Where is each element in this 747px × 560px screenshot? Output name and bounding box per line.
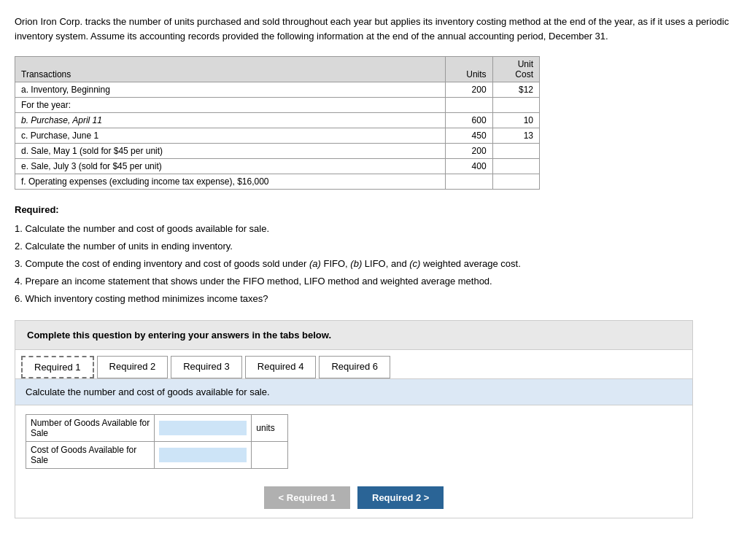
cost-cell: 10: [492, 113, 539, 128]
input-field-0[interactable]: [159, 421, 247, 435]
nav-buttons: < Required 1 Required 2 >: [15, 478, 692, 518]
tabs-row: Required 1Required 2Required 3Required 4…: [15, 350, 692, 379]
tab-instruction: Calculate the number and cost of goods a…: [26, 386, 270, 397]
input-cell-1[interactable]: [155, 442, 252, 469]
input-label-0: Number of Goods Available for Sale: [26, 415, 155, 442]
units-cell: [446, 98, 492, 113]
cost-cell: [492, 144, 539, 159]
required-item: 4. Prepare an income statement that show…: [15, 273, 732, 289]
complete-box-text: Complete this question by entering your …: [27, 330, 681, 341]
input-label-1: Cost of Goods Available for Sale: [26, 442, 155, 469]
required-section: Required: 1. Calculate the number and co…: [15, 204, 732, 307]
transaction-cell: b. Purchase, April 11: [15, 113, 446, 128]
transaction-cell: a. Inventory, Beginning: [15, 82, 446, 98]
complete-box: Complete this question by entering your …: [15, 320, 693, 350]
cost-cell: $12: [492, 82, 539, 98]
tabs-container: Required 1Required 2Required 3Required 4…: [15, 350, 693, 518]
units-cell: 400: [446, 159, 492, 174]
tab-content-area: Calculate the number and cost of goods a…: [15, 379, 692, 405]
input-field-1[interactable]: [159, 448, 247, 462]
input-table: Number of Goods Available for SaleunitsC…: [26, 414, 288, 469]
cost-cell: [492, 159, 539, 174]
required-item: 6. Which inventory costing method minimi…: [15, 291, 732, 307]
prev-button[interactable]: < Required 1: [264, 486, 350, 509]
tab-required-3[interactable]: Required 3: [171, 356, 242, 378]
next-button[interactable]: Required 2 >: [357, 486, 444, 509]
transaction-cell: For the year:: [15, 98, 446, 113]
input-table-wrapper: Number of Goods Available for SaleunitsC…: [15, 405, 692, 478]
required-item: 1. Calculate the number and cost of good…: [15, 221, 732, 237]
required-item: 3. Compute the cost of ending inventory …: [15, 256, 732, 272]
tab-required-2[interactable]: Required 2: [97, 356, 169, 378]
col-header-unit-cost: Unit Cost: [492, 57, 539, 82]
units-cell: 600: [446, 113, 492, 128]
units-cell: 200: [446, 82, 492, 98]
transactions-table: Transactions Units Unit Cost a. Inventor…: [15, 56, 540, 190]
col-header-units: Units: [446, 57, 492, 82]
cost-cell: 13: [492, 128, 539, 144]
required-title: Required:: [15, 204, 732, 215]
col-header-transactions: Transactions: [15, 57, 446, 82]
transaction-cell: e. Sale, July 3 (sold for $45 per unit): [15, 159, 446, 174]
transaction-cell: d. Sale, May 1 (sold for $45 per unit): [15, 144, 446, 159]
tab-required-6[interactable]: Required 6: [319, 356, 390, 378]
transaction-cell: c. Purchase, June 1: [15, 128, 446, 144]
required-item: 2. Calculate the number of units in endi…: [15, 238, 732, 254]
tab-required-4[interactable]: Required 4: [245, 356, 317, 378]
cost-cell: [492, 98, 539, 113]
input-cell-0[interactable]: [155, 415, 252, 442]
tab-required-1[interactable]: Required 1: [21, 356, 94, 378]
intro-text: Orion Iron Corp. tracks the number of un…: [15, 15, 732, 43]
units-cell: 200: [446, 144, 492, 159]
cost-cell: [492, 174, 539, 190]
units-cell: [446, 174, 492, 190]
unit-label-0: units: [252, 415, 288, 442]
transaction-cell: f. Operating expenses (excluding income …: [15, 174, 446, 190]
unit-label-1: [252, 442, 288, 469]
units-cell: 450: [446, 128, 492, 144]
